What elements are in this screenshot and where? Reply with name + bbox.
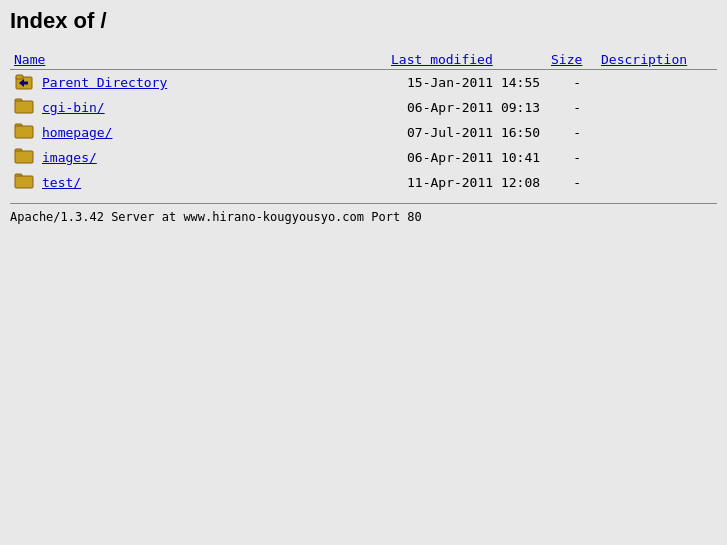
file-link[interactable]: cgi-bin/ <box>42 100 105 115</box>
table-row: homepage/07-Jul-2011 16:50- <box>10 120 717 145</box>
description-cell <box>597 145 717 170</box>
directory-listing: Name Last modified Size Description <box>10 50 717 195</box>
file-link[interactable]: homepage/ <box>42 125 112 140</box>
file-link[interactable]: images/ <box>42 150 97 165</box>
table-row: cgi-bin/06-Apr-2011 09:13- <box>10 95 717 120</box>
svg-rect-9 <box>15 176 33 188</box>
page-title: Index of / <box>10 8 717 34</box>
folder-icon <box>14 122 34 138</box>
folder-icon <box>10 170 38 195</box>
size-cell: - <box>547 95 597 120</box>
folder-icon <box>10 145 38 170</box>
svg-rect-7 <box>15 151 33 163</box>
file-link[interactable]: Parent Directory <box>42 75 167 90</box>
table-row: test/11-Apr-2011 12:08- <box>10 170 717 195</box>
svg-rect-1 <box>16 75 23 79</box>
table-row: images/06-Apr-2011 10:41- <box>10 145 717 170</box>
folder-icon <box>10 95 38 120</box>
description-cell <box>597 70 717 96</box>
file-link[interactable]: test/ <box>42 175 81 190</box>
last-modified-cell: 07-Jul-2011 16:50 <box>387 120 547 145</box>
server-footer: Apache/1.3.42 Server at www.hirano-kougy… <box>10 203 717 224</box>
last-modified-cell: 11-Apr-2011 12:08 <box>387 170 547 195</box>
folder-icon <box>10 120 38 145</box>
sort-name-link[interactable]: Name <box>14 52 45 67</box>
table-row: Parent Directory15-Jan-2011 14:55- <box>10 70 717 96</box>
size-cell: - <box>547 170 597 195</box>
description-cell <box>597 120 717 145</box>
size-cell: - <box>547 145 597 170</box>
description-cell <box>597 95 717 120</box>
folder-icon <box>14 97 34 113</box>
back-arrow-icon <box>14 72 34 90</box>
description-cell <box>597 170 717 195</box>
sort-size-link[interactable]: Size <box>551 52 582 67</box>
svg-rect-3 <box>15 101 33 113</box>
size-cell: - <box>547 120 597 145</box>
sort-desc-link[interactable]: Description <box>601 52 687 67</box>
size-cell: - <box>547 70 597 96</box>
folder-icon <box>14 172 34 188</box>
last-modified-cell: 06-Apr-2011 09:13 <box>387 95 547 120</box>
svg-rect-5 <box>15 126 33 138</box>
parent-dir-icon <box>10 70 38 96</box>
last-modified-cell: 06-Apr-2011 10:41 <box>387 145 547 170</box>
folder-icon <box>14 147 34 163</box>
last-modified-cell: 15-Jan-2011 14:55 <box>387 70 547 96</box>
sort-modified-link[interactable]: Last modified <box>391 52 493 67</box>
